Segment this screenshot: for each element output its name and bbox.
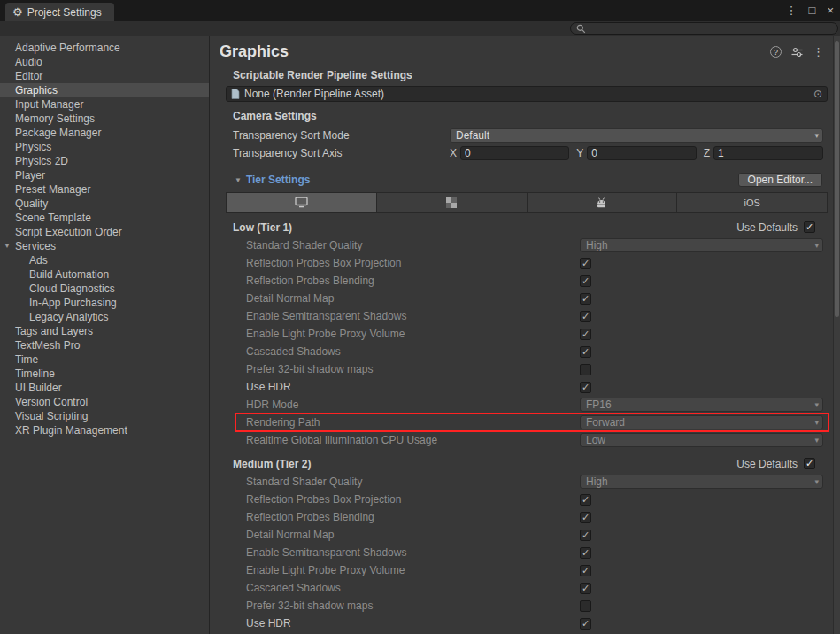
sidebar-item-label: Quality: [15, 197, 48, 210]
sidebar-item-label: TextMesh Pro: [15, 339, 80, 352]
check-icon: ✓: [582, 294, 590, 304]
use-hdr-checkbox[interactable]: ✓: [580, 618, 591, 630]
more-menu-icon[interactable]: ⋮: [813, 45, 824, 58]
tier-tab-standalone[interactable]: [227, 193, 377, 212]
open-editor-button[interactable]: Open Editor...: [738, 173, 822, 187]
sidebar-item-label: XR Plugin Management: [15, 424, 127, 437]
cascaded-shadows-checkbox[interactable]: ✓: [580, 583, 591, 594]
sort-axis-z-input[interactable]: [713, 146, 823, 160]
tier-settings-header: ▼ Tier Settings Open Editor...: [226, 172, 828, 188]
window-close-icon[interactable]: ×: [827, 4, 834, 17]
reflection-probes-blending-checkbox[interactable]: ✓: [580, 512, 591, 523]
sidebar-item-input-manager[interactable]: Input Manager: [0, 97, 209, 112]
tier-row-enable-semitransparent-shadows: Enable Semitransparent Shadows✓: [226, 307, 828, 325]
sidebar-item-label: Adaptive Performance: [15, 42, 120, 54]
realtime-global-illumination-cpu-usage-dropdown[interactable]: Low▾: [580, 433, 823, 447]
window-maximize-icon[interactable]: □: [809, 4, 816, 17]
check-icon: ✓: [582, 312, 590, 321]
check-icon: ✓: [582, 347, 590, 357]
setting-label: Prefer 32-bit shadow maps: [246, 599, 580, 612]
tier-tabs: iOS: [226, 192, 828, 213]
sidebar-item-in-app-purchasing[interactable]: In-App Purchasing: [0, 296, 209, 310]
use-defaults-checkbox[interactable]: ✓: [804, 221, 815, 233]
sidebar-item-physics-2d[interactable]: Physics 2D: [0, 154, 209, 168]
sidebar-item-textmesh-pro[interactable]: TextMesh Pro: [0, 338, 209, 352]
use-defaults-checkbox[interactable]: ✓: [804, 458, 815, 469]
prefer-32-bit-shadow-maps-checkbox[interactable]: [580, 364, 591, 375]
reflection-probes-box-projection-checkbox[interactable]: ✓: [580, 258, 591, 269]
window-tab-project-settings[interactable]: ⚙ Project Settings: [5, 3, 114, 21]
tier-tab-webgl[interactable]: [377, 193, 528, 212]
sidebar-item-visual-scripting[interactable]: Visual Scripting: [0, 409, 209, 423]
sidebar-item-preset-manager[interactable]: Preset Manager: [0, 182, 209, 197]
standard-shader-quality-dropdown[interactable]: High▾: [580, 475, 823, 489]
setting-label: Reflection Probes Blending: [246, 274, 580, 287]
prefer-32-bit-shadow-maps-checkbox[interactable]: [580, 600, 591, 612]
sidebar-item-time[interactable]: Time: [0, 352, 209, 367]
sidebar-item-legacy-analytics[interactable]: Legacy Analytics: [0, 310, 209, 324]
detail-normal-map-checkbox[interactable]: ✓: [580, 293, 591, 305]
sidebar-item-ui-builder[interactable]: UI Builder: [0, 381, 209, 395]
sidebar-item-build-automation[interactable]: Build Automation: [0, 267, 209, 282]
sidebar-item-label: Time: [15, 353, 38, 366]
scrollbar-thumb[interactable]: [835, 41, 839, 317]
preset-icon[interactable]: [791, 47, 803, 58]
enable-light-probe-proxy-volume-checkbox[interactable]: ✓: [580, 565, 591, 576]
enable-semitransparent-shadows-checkbox[interactable]: ✓: [580, 547, 591, 559]
object-picker-icon[interactable]: ⊙: [813, 88, 822, 100]
sidebar-item-timeline[interactable]: Timeline: [0, 367, 209, 381]
render-pipeline-asset-field[interactable]: None (Render Pipeline Asset) ⊙: [226, 86, 828, 102]
reflection-probes-blending-checkbox[interactable]: ✓: [580, 275, 591, 287]
search-input[interactable]: [570, 22, 838, 35]
sidebar-item-services[interactable]: ▼Services: [0, 239, 209, 253]
grid-icon: [446, 197, 457, 208]
rendering-path-dropdown[interactable]: Forward▾: [580, 415, 823, 429]
window-tab-label: Project Settings: [27, 6, 102, 19]
detail-normal-map-checkbox[interactable]: ✓: [580, 530, 591, 541]
enable-light-probe-proxy-volume-checkbox[interactable]: ✓: [580, 329, 591, 340]
sidebar-item-graphics[interactable]: Graphics: [0, 83, 209, 97]
window-menu-icon[interactable]: ⋮: [786, 4, 798, 17]
sidebar-item-label: Editor: [15, 70, 42, 82]
sidebar-item-quality[interactable]: Quality: [0, 197, 209, 211]
tier-tab-ios[interactable]: iOS: [677, 193, 827, 212]
sidebar-item-player[interactable]: Player: [0, 168, 209, 182]
setting-label: Standard Shader Quality: [246, 239, 580, 251]
sidebar-item-cloud-diagnostics[interactable]: Cloud Diagnostics: [0, 282, 209, 296]
sidebar-item-xr-plugin-management[interactable]: XR Plugin Management: [0, 423, 209, 437]
sort-axis-x-input[interactable]: [460, 146, 569, 160]
help-icon[interactable]: ?: [770, 46, 782, 58]
sidebar-item-ads[interactable]: Ads: [0, 253, 209, 267]
hdr-mode-dropdown[interactable]: FP16▾: [580, 398, 823, 412]
tier-row-cascaded-shadows: Cascaded Shadows✓: [226, 579, 828, 597]
tier-settings-title[interactable]: Tier Settings: [246, 174, 738, 186]
sidebar-item-version-control[interactable]: Version Control: [0, 395, 209, 409]
cascaded-shadows-checkbox[interactable]: ✓: [580, 346, 591, 358]
sidebar-item-physics[interactable]: Physics: [0, 140, 209, 154]
sidebar-item-scene-template[interactable]: Scene Template: [0, 211, 209, 225]
vertical-scrollbar[interactable]: [833, 36, 840, 634]
foldout-open-icon[interactable]: ▼: [235, 176, 242, 184]
chevron-down-icon: ▾: [814, 400, 819, 409]
sidebar-item-audio[interactable]: Audio: [0, 55, 209, 69]
setting-label: Rendering Path: [246, 416, 580, 429]
foldout-open-icon[interactable]: ▼: [4, 242, 11, 250]
standard-shader-quality-dropdown[interactable]: High▾: [580, 238, 823, 252]
transparency-sort-mode-dropdown[interactable]: Default ▾: [450, 128, 823, 143]
sidebar-item-memory-settings[interactable]: Memory Settings: [0, 112, 209, 126]
enable-semitransparent-shadows-checkbox[interactable]: ✓: [580, 311, 591, 322]
sidebar-item-editor[interactable]: Editor: [0, 69, 209, 83]
sidebar-item-package-manager[interactable]: Package Manager: [0, 126, 209, 140]
sidebar-item-adaptive-performance[interactable]: Adaptive Performance: [0, 41, 209, 55]
camera-section-title: Camera Settings: [233, 110, 833, 122]
sidebar-item-tags-and-layers[interactable]: Tags and Layers: [0, 324, 209, 338]
tier-tab-android[interactable]: [528, 193, 678, 212]
check-icon: ✓: [582, 259, 590, 268]
page-title: Graphics: [220, 43, 770, 61]
reflection-probes-box-projection-checkbox[interactable]: ✓: [580, 494, 591, 506]
sidebar-item-label: Audio: [15, 56, 42, 68]
use-hdr-checkbox[interactable]: ✓: [580, 382, 591, 393]
sort-axis-y-input[interactable]: [587, 146, 696, 160]
sidebar-item-script-execution-order[interactable]: Script Execution Order: [0, 225, 209, 239]
tier-row-standard-shader-quality: Standard Shader QualityHigh▾: [226, 236, 828, 254]
